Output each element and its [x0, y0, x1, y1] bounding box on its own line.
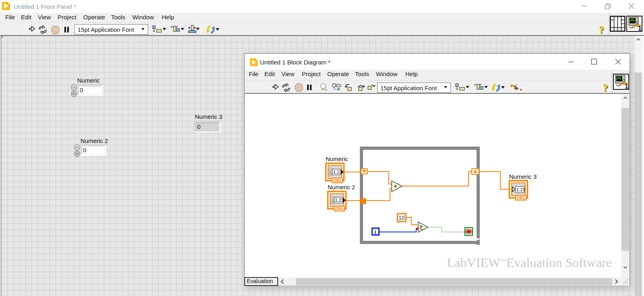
- svg-text:i: i: [375, 229, 376, 235]
- svg-text:?: ?: [599, 24, 604, 35]
- svg-text:Numeric 2: Numeric 2: [328, 184, 355, 190]
- svg-text:DBL: DBL: [335, 206, 344, 211]
- svg-text:1.23: 1.23: [516, 187, 525, 192]
- svg-text:Numeric 3: Numeric 3: [509, 173, 537, 180]
- svg-text:Numeric: Numeric: [326, 155, 348, 162]
- svg-text:1.23: 1.23: [333, 170, 342, 174]
- svg-text:LabVIEW™Evaluation Software: LabVIEW™Evaluation Software: [447, 255, 612, 270]
- svg-text:DBL: DBL: [333, 178, 342, 183]
- svg-text:10: 10: [398, 215, 405, 221]
- svg-text:15pt Application Font: 15pt Application Font: [78, 26, 134, 33]
- svg-text:15pt Application Font: 15pt Application Font: [380, 85, 437, 91]
- svg-text:1: 1: [625, 83, 628, 90]
- svg-text:1.23: 1.23: [335, 198, 344, 203]
- svg-text:DBL: DBL: [517, 195, 526, 200]
- svg-text:1: 1: [638, 25, 642, 32]
- svg-text:?: ?: [603, 82, 608, 93]
